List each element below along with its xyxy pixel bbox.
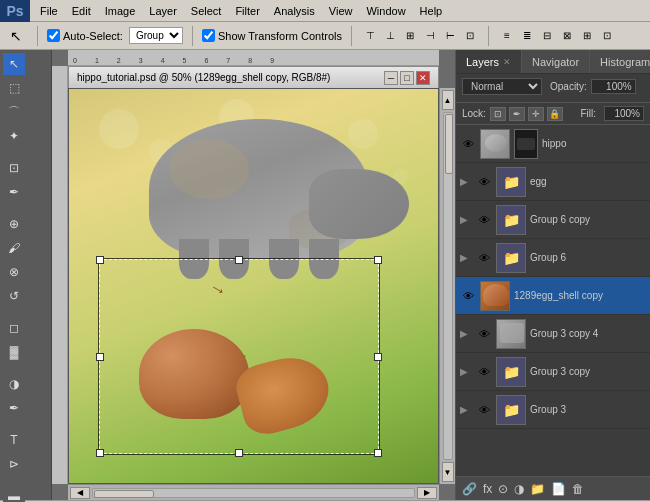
lock-transparent-pixels[interactable]: ⊡: [490, 107, 506, 121]
tab-layers[interactable]: Layers ✕: [456, 50, 522, 73]
menu-help[interactable]: Help: [414, 3, 449, 19]
menu-edit[interactable]: Edit: [66, 3, 97, 19]
layer-group6[interactable]: ▶ 👁 📁 Group 6: [456, 239, 650, 277]
show-transform-label: Show Transform Controls: [202, 29, 342, 42]
layer-group3copy-expand[interactable]: ▶: [460, 366, 472, 377]
new-layer-icon[interactable]: 📄: [551, 482, 566, 496]
layer-egg-shell-copy[interactable]: 👁 1289egg_shell copy: [456, 277, 650, 315]
type-tool[interactable]: T: [3, 429, 25, 451]
align-hcenter[interactable]: ⊢: [441, 27, 459, 45]
tool-group-type: T ⊳: [0, 426, 51, 478]
layer-egg-thumb: 📁: [496, 167, 526, 197]
path-select[interactable]: ⊳: [3, 453, 25, 475]
layer-mask-icon[interactable]: ⊙: [498, 482, 508, 496]
canvas-content[interactable]: ✛ →: [68, 88, 439, 484]
dist-1[interactable]: ≡: [498, 27, 516, 45]
menu-window[interactable]: Window: [360, 3, 411, 19]
eraser-tool[interactable]: ◻: [3, 317, 25, 339]
dist-3[interactable]: ⊟: [538, 27, 556, 45]
gradient-tool[interactable]: ▓: [3, 341, 25, 363]
layer-group3copy4-visibility[interactable]: 👁: [476, 326, 492, 342]
layers-tabs: Layers ✕ Navigator Histogram: [456, 50, 650, 74]
canvas-area[interactable]: 0 1 2 3 4 5 6 7 8 9 0 1 2 3 4 5 6 7 8 9 …: [52, 50, 455, 500]
clone-tool[interactable]: ⊗: [3, 261, 25, 283]
eyedropper-tool[interactable]: ✒: [3, 181, 25, 203]
lasso-tool[interactable]: ⌒: [3, 101, 25, 123]
shape-tool[interactable]: ▬: [3, 485, 25, 502]
window-maximize-btn[interactable]: □: [400, 71, 414, 85]
layer-styles-icon[interactable]: fx: [483, 482, 492, 496]
spot-heal-tool[interactable]: ⊕: [3, 213, 25, 235]
marquee-tool[interactable]: ⬚: [3, 77, 25, 99]
dist-4[interactable]: ⊠: [558, 27, 576, 45]
opacity-input[interactable]: [591, 79, 636, 94]
new-group-icon[interactable]: 📁: [530, 482, 545, 496]
align-bottom[interactable]: ⊞: [401, 27, 419, 45]
layer-hippo[interactable]: 👁 hippo: [456, 125, 650, 163]
delete-layer-icon[interactable]: 🗑: [572, 482, 584, 496]
align-icons: ⊤ ⊥ ⊞ ⊣ ⊢ ⊡: [361, 27, 479, 45]
adjustment-layer-icon[interactable]: ◑: [514, 482, 524, 496]
layer-group6copy-expand[interactable]: ▶: [460, 214, 472, 225]
tab-navigator[interactable]: Navigator: [522, 50, 590, 73]
menu-analysis[interactable]: Analysis: [268, 3, 321, 19]
window-close-btn[interactable]: ✕: [416, 71, 430, 85]
align-vcenter[interactable]: ⊥: [381, 27, 399, 45]
brush-tool[interactable]: 🖌: [3, 237, 25, 259]
layer-hippo-name: hippo: [542, 138, 646, 149]
move-tool[interactable]: ↖: [3, 53, 25, 75]
align-top[interactable]: ⊤: [361, 27, 379, 45]
lock-image-pixels[interactable]: ✒: [509, 107, 525, 121]
layer-hippo-thumb: [480, 129, 510, 159]
auto-select-checkbox[interactable]: [47, 29, 60, 42]
window-minimize-btn[interactable]: ─: [384, 71, 398, 85]
menu-file[interactable]: File: [34, 3, 64, 19]
menu-layer[interactable]: Layer: [143, 3, 183, 19]
tab-layers-close[interactable]: ✕: [503, 57, 511, 67]
layer-hippo-visibility[interactable]: 👁: [460, 136, 476, 152]
layer-eggshell-visibility[interactable]: 👁: [460, 288, 476, 304]
menu-image[interactable]: Image: [99, 3, 142, 19]
layer-group3copy4-expand[interactable]: ▶: [460, 328, 472, 339]
scrollbar-horizontal[interactable]: ◀ ▶: [68, 484, 439, 500]
lock-all[interactable]: 🔒: [547, 107, 563, 121]
layer-egg-expand[interactable]: ▶: [460, 176, 472, 187]
layer-group6-visibility[interactable]: 👁: [476, 250, 492, 266]
auto-select-type[interactable]: Group Layer: [129, 27, 183, 44]
show-transform-checkbox[interactable]: [202, 29, 215, 42]
lock-position[interactable]: ✛: [528, 107, 544, 121]
crop-tool[interactable]: ⊡: [3, 157, 25, 179]
toolbar-divider-1: [37, 26, 38, 46]
layer-group3-visibility[interactable]: 👁: [476, 402, 492, 418]
align-right[interactable]: ⊡: [461, 27, 479, 45]
link-layers-icon[interactable]: 🔗: [462, 482, 477, 496]
dist-6[interactable]: ⊡: [598, 27, 616, 45]
tab-histogram[interactable]: Histogram: [590, 50, 650, 73]
toolbar-divider-2: [192, 26, 193, 46]
layer-egg-visibility[interactable]: 👁: [476, 174, 492, 190]
blend-mode-select[interactable]: Normal Multiply Screen: [462, 78, 542, 95]
dist-2[interactable]: ≣: [518, 27, 536, 45]
layer-group3copy-visibility[interactable]: 👁: [476, 364, 492, 380]
menu-select[interactable]: Select: [185, 3, 228, 19]
scrollbar-vertical[interactable]: ▲ ▼: [439, 88, 455, 484]
layer-group6-expand[interactable]: ▶: [460, 252, 472, 263]
layer-group3[interactable]: ▶ 👁 📁 Group 3: [456, 391, 650, 429]
pen-tool[interactable]: ✒: [3, 397, 25, 419]
layer-group6copy-visibility[interactable]: 👁: [476, 212, 492, 228]
layer-group3copy[interactable]: ▶ 👁 📁 Group 3 copy: [456, 353, 650, 391]
layer-group6copy[interactable]: ▶ 👁 📁 Group 6 copy: [456, 201, 650, 239]
dodge-tool[interactable]: ◑: [3, 373, 25, 395]
fill-input[interactable]: [604, 106, 644, 121]
menu-filter[interactable]: Filter: [229, 3, 265, 19]
layer-group3-expand[interactable]: ▶: [460, 404, 472, 415]
dist-5[interactable]: ⊞: [578, 27, 596, 45]
magic-wand-tool[interactable]: ✦: [3, 125, 25, 147]
move-tool-btn[interactable]: ↖: [4, 26, 28, 46]
align-left[interactable]: ⊣: [421, 27, 439, 45]
layer-group3copy4[interactable]: ▶ 👁 Group 3 copy 4: [456, 315, 650, 353]
history-brush[interactable]: ↺: [3, 285, 25, 307]
layer-egg[interactable]: ▶ 👁 📁 egg: [456, 163, 650, 201]
menu-view[interactable]: View: [323, 3, 359, 19]
hippo-head: [309, 169, 409, 239]
